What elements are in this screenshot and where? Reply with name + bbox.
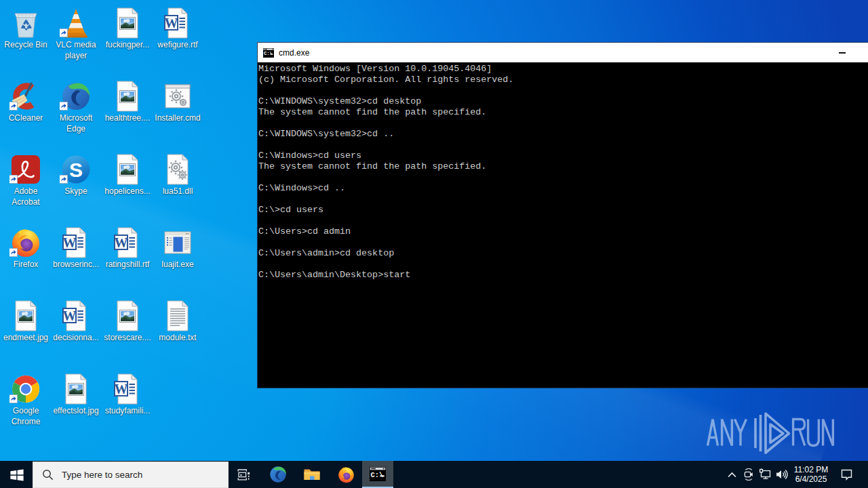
svg-text:S: S (69, 159, 83, 181)
